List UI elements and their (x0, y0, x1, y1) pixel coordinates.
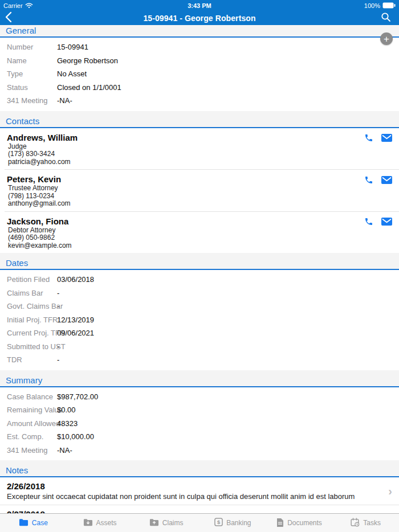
summary-row: Amount Allowed48323 (0, 417, 399, 431)
field-label: TDR (7, 355, 22, 364)
field-value: 12/13/2019 (57, 316, 94, 324)
field-value: 03/06/2018 (57, 275, 94, 284)
tab-label: Tasks (363, 519, 381, 527)
field-value: $987,702.00 (57, 392, 98, 401)
svg-text:$: $ (217, 519, 221, 525)
add-button[interactable]: + (380, 32, 393, 45)
email-button[interactable] (381, 133, 392, 143)
field-value: -NA- (57, 96, 72, 105)
tab-case[interactable]: Case (0, 514, 67, 532)
field-value: 15-09941 (57, 43, 88, 51)
clock-label: 3:43 PM (188, 2, 211, 9)
note-date: 2/27/2018 (7, 509, 380, 513)
tab-label: Banking (226, 519, 251, 527)
dates-row: Initial Proj. TFR12/13/2019 (0, 313, 399, 327)
section-header-general: General (0, 25, 399, 38)
contact-phone: (798) 113-0234 (7, 193, 359, 200)
tab-label: Case (32, 519, 48, 527)
case-detail-screen: Carrier 3:43 PM 100% 15-09941 - George R… (0, 0, 399, 532)
banking-dollar-icon: $ (214, 518, 223, 528)
field-value: George Robertson (57, 56, 118, 65)
section-header-notes: Notes (0, 460, 399, 477)
chevron-right-icon: › (388, 508, 392, 514)
dates-row: TDR- (0, 353, 399, 367)
wifi-icon (25, 2, 33, 10)
tab-tasks[interactable]: Tasks (332, 514, 399, 532)
tab-documents[interactable]: Documents (266, 514, 333, 532)
field-value: Closed on 1/1/0001 (57, 83, 121, 92)
contact-phone: (469) 050-9862 (7, 234, 359, 242)
contact-card[interactable]: Andrews, William Judge (173) 830-3424 pa… (0, 128, 399, 170)
general-row: 341 Meeting-NA- (0, 94, 399, 108)
case-folder-icon (19, 518, 28, 528)
field-value: 09/06/2021 (57, 329, 94, 337)
assets-folder-download-icon (83, 518, 93, 528)
field-value: 48323 (57, 419, 78, 428)
contact-email: patricia@yahoo.com (7, 158, 359, 166)
note-date: 2/26/2018 (7, 481, 380, 492)
chevron-right-icon: › (388, 485, 392, 498)
note-item[interactable]: 2/27/2018 › (0, 505, 399, 513)
field-label: Amount Allowed (7, 419, 60, 428)
email-button[interactable] (381, 175, 392, 185)
summary-row: Est. Comp.$10,000.00 (0, 430, 399, 444)
note-item[interactable]: 2/26/2018 Excepteur sint occaecat cupida… (0, 477, 399, 505)
field-value: - (57, 342, 59, 351)
dates-section: Petition Filed03/06/2018 Claims Bar- Gov… (0, 270, 399, 370)
call-button[interactable] (363, 133, 374, 143)
call-button[interactable] (363, 217, 374, 227)
field-label: Type (7, 69, 23, 78)
general-row: Number15-09941 (0, 40, 399, 54)
contact-role: Debtor Attorney (7, 227, 359, 235)
scroll-area[interactable]: General Number15-09941 NameGeorge Robert… (0, 25, 399, 513)
contact-email: kevin@example.com (7, 242, 359, 250)
field-value: -NA- (57, 446, 72, 455)
nav-bar: 15-09941 - George Robertson (0, 11, 399, 25)
general-row: NameGeorge Robertson (0, 54, 399, 68)
dates-row: Petition Filed03/06/2018 (0, 273, 399, 287)
contact-name: Andrews, William (7, 133, 359, 143)
notes-section: 2/26/2018 Excepteur sint occaecat cupida… (0, 477, 399, 513)
search-button[interactable] (381, 12, 392, 23)
status-bar: Carrier 3:43 PM 100% (0, 0, 399, 11)
tab-claims[interactable]: Claims (133, 514, 199, 532)
field-label: Name (7, 56, 27, 65)
field-value: - (57, 302, 59, 310)
field-value: - (57, 289, 59, 297)
contact-role: Trustee Attorney (7, 185, 359, 193)
contact-phone: (173) 830-3424 (7, 150, 359, 158)
page-title: 15-09941 - George Robertson (0, 14, 399, 23)
documents-page-icon (276, 518, 284, 529)
field-label: Status (7, 83, 28, 92)
dates-row: Current Proj. TFR09/06/2021 (0, 326, 399, 340)
tab-label: Assets (96, 519, 117, 527)
field-label: Petition Filed (7, 275, 50, 284)
contact-card[interactable]: Peters, Kevin Trustee Attorney (798) 113… (0, 170, 399, 211)
contact-card[interactable]: Jackson, Fiona Debtor Attorney (469) 050… (0, 212, 399, 253)
field-value: No Asset (57, 69, 87, 78)
tab-assets[interactable]: Assets (67, 514, 133, 532)
dates-row: Claims Bar- (0, 287, 399, 300)
email-button[interactable] (381, 217, 392, 227)
contact-name: Peters, Kevin (7, 174, 359, 185)
field-label: 341 Meeting (7, 96, 48, 105)
contact-role: Judge (7, 143, 359, 151)
tab-banking[interactable]: $ Banking (199, 514, 266, 532)
summary-row: 341 Meeting-NA- (0, 444, 399, 457)
summary-section: Case Balance$987,702.00 Remaining Value$… (0, 387, 399, 461)
field-label: 341 Meeting (7, 446, 48, 455)
tab-label: Claims (162, 519, 184, 527)
summary-row: Remaining Value$0.00 (0, 403, 399, 417)
general-section: Number15-09941 NameGeorge Robertson Type… (0, 38, 399, 111)
field-label: Case Balance (7, 392, 53, 401)
tasks-calendar-clock-icon (351, 518, 360, 529)
field-label: Initial Proj. TFR (7, 316, 58, 324)
contacts-section: Andrews, William Judge (173) 830-3424 pa… (0, 128, 399, 253)
field-label: Est. Comp. (7, 432, 43, 441)
field-label: Claims Bar (7, 289, 43, 297)
field-label: Remaining Value (7, 406, 63, 414)
field-label: Current Proj. TFR (7, 329, 65, 337)
dates-row: Submitted to UST- (0, 340, 399, 354)
claims-folder-upload-icon (149, 518, 159, 528)
call-button[interactable] (363, 175, 374, 185)
